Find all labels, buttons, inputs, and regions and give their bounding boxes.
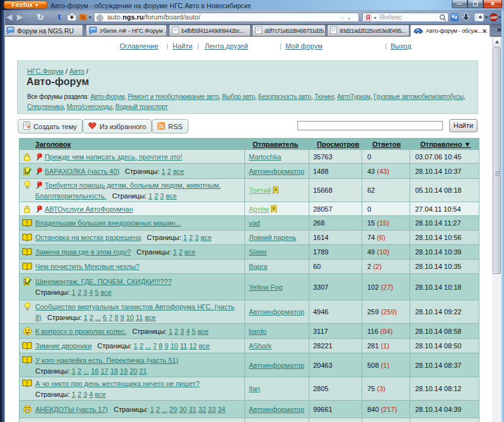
svg-text:ABP: ABP <box>490 16 497 20</box>
